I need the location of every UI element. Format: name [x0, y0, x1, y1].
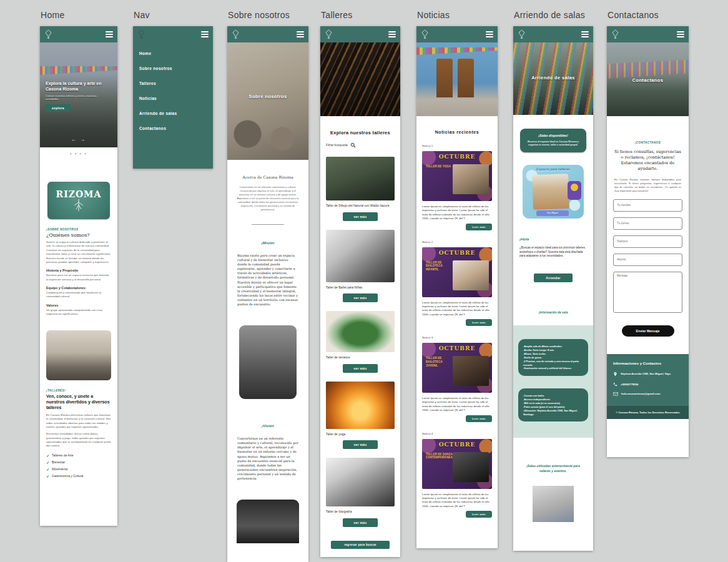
nav-item-arriendo-de-salas[interactable]: Arriendo de salas [139, 111, 207, 116]
salas-gallery-label: ¡Salas utilizadas anteriormente para tal… [513, 464, 593, 473]
footer-address-row: Séptima Avenida 1395, San Miguel, Stgo [613, 372, 682, 377]
menu-icon[interactable] [486, 31, 493, 37]
arrendar-button[interactable]: Arrendar [534, 274, 573, 282]
regresar-buscar-button[interactable]: regresar para buscar [331, 541, 390, 549]
footer-phone-row: +56962779554 [613, 382, 682, 387]
nombre-field[interactable] [613, 199, 682, 212]
mision-body: Rizoma existe para crear un espacio cult… [227, 254, 308, 307]
poster-photo [453, 356, 489, 386]
menu-icon[interactable] [581, 31, 589, 37]
ver-mas-button[interactable]: ver más [343, 364, 378, 373]
poster-month: OCTUBRE [422, 250, 492, 256]
sobre-appbar [227, 26, 308, 42]
taller-dibujo-photo [326, 157, 395, 200]
door-right [458, 59, 474, 97]
search-icon[interactable] [350, 142, 356, 148]
ver-mas-button[interactable]: ver más [343, 440, 378, 449]
home-appbar [40, 26, 117, 42]
check-icon: ✓ [46, 467, 49, 471]
rizoma-logo-icon [611, 29, 619, 39]
contacto-hero-title: Contactanos [607, 77, 689, 83]
sala-info-card-1-text: -Amplia sala de 40mts cuadrados. -Ancho:… [523, 345, 583, 370]
frame-label-sobre: Sobre nosotros [228, 10, 308, 20]
menu-icon[interactable] [297, 31, 304, 37]
frame-label-home: Home [41, 10, 117, 20]
noticia-label: Noticia 4 [422, 432, 492, 435]
ver-mas-button[interactable]: ver más [343, 212, 378, 221]
noticia-body: Lorem Ipsum es simplemente el texto de r… [422, 205, 492, 221]
team-title: Equipo y Colaboradores: [46, 286, 111, 290]
taller-terrarios-photo [326, 311, 395, 352]
carousel-dots[interactable]: • • • • [40, 152, 117, 155]
check-icon: ✓ [46, 453, 49, 458]
noticia-item: Noticia 3 OCTUBRE TALLER DE BAILOTECA JU… [416, 336, 498, 422]
mensaje-field[interactable] [613, 272, 682, 313]
correo-field[interactable] [613, 217, 682, 230]
values-title: Valores [46, 303, 111, 307]
nav-item-home[interactable]: Home [139, 51, 207, 56]
flyer-caption: San Miguel [536, 210, 569, 216]
contact-form [607, 199, 689, 313]
leer-mas-button[interactable]: Leer más [466, 319, 492, 326]
poster-title: TALLER DE YOGA [426, 165, 455, 169]
history-body: Nacimos para ser un espacio inclusivo qu… [46, 274, 111, 282]
frame-label-talleres: Talleres [321, 10, 400, 20]
frame-home: Home Explora la cultura y arte en Casona… [40, 10, 117, 526]
bunting-decoration [416, 47, 498, 55]
nav-item-noticias[interactable]: Noticias [139, 96, 207, 101]
frame-noticias: Noticias Noticias recientes Noticia 1 OC… [416, 10, 498, 548]
taller-card: Taller de yoga ver más [320, 382, 400, 450]
leer-mas-button[interactable]: Leer más [466, 511, 492, 518]
menu-icon[interactable] [201, 31, 209, 37]
values-body: Un grupo apasionado comprometido con cre… [46, 308, 111, 317]
ver-mas-button[interactable]: ver más [343, 293, 378, 302]
flyer-title: Espacio para talleres [523, 167, 584, 171]
checklist-item: ✓Movimiento [46, 467, 111, 471]
carousel-arrows-icon[interactable]: ← → [40, 137, 117, 142]
checklist-item: ✓Bienestar [46, 460, 111, 465]
enviar-mensaje-button[interactable]: Enviar Mensaje [622, 325, 674, 337]
menu-icon[interactable] [106, 31, 113, 37]
menu-icon[interactable] [388, 31, 396, 37]
checklist-label: Gastronomía y Cultura [52, 474, 83, 478]
talleres-phone: Explora nuestros talleres Filtrar búsque… [320, 26, 400, 557]
nav-item-talleres[interactable]: Talleres [139, 81, 207, 86]
filter-label: Filtrar búsqueda [326, 144, 348, 147]
taller-yoga-photo [326, 382, 395, 429]
espacio-flyer-image: Espacio para talleres San Miguel [523, 165, 584, 219]
noticia-label: Noticia 3 [422, 336, 492, 339]
garden-hero-image: Contactanos [607, 42, 689, 116]
promo-title: ¡Salas disponibles! [524, 134, 582, 137]
footer-address: Séptima Avenida 1395, San Miguel, Stgo [621, 372, 671, 375]
contact-footer: Informaciones y Contactos Séptima Avenid… [607, 354, 689, 406]
frame-contacto: Contactanos Contactanos ¡CONTACTANOS Si … [607, 10, 689, 457]
rizoma-logo-icon [44, 29, 52, 39]
sala-info-card-2-text: -Cuenta con baño. -Acceso independiente.… [523, 394, 583, 416]
rizoma-logo-icon [325, 29, 333, 39]
nav-item-contactanos[interactable]: Contactanos [139, 126, 207, 131]
home-hero-title: Explora la cultura y arte en Casona Rizo… [46, 81, 108, 92]
hola-title: ¡Hola [513, 237, 593, 241]
nav-appbar [133, 26, 213, 42]
poster-month: OCTUBRE [422, 345, 492, 352]
talleres-heading: Ven, conoce, y únete a nuestros divertid… [46, 393, 111, 410]
telefono-field[interactable] [613, 235, 682, 248]
explora-button[interactable]: explora [46, 104, 71, 112]
flyer-badge [568, 181, 581, 200]
nav-item-sobre-nosotros[interactable]: Sobre nosotros [139, 66, 207, 71]
design-canvas: Home Explora la cultura y arte en Casona… [0, 0, 728, 562]
ver-mas-button[interactable]: ver más [343, 518, 378, 527]
flags-decoration [607, 60, 689, 79]
asunto-field[interactable] [613, 254, 682, 266]
taller-card: Taller de fotografía ver más [320, 458, 400, 527]
menu-icon[interactable] [677, 31, 684, 37]
leer-mas-button[interactable]: Leer más [466, 224, 492, 230]
noticias-heading: Noticias recientes [416, 130, 498, 134]
arriendo-phone: Arriendo de salas ¡Salas disponibles! Re… [513, 26, 593, 551]
leer-mas-button[interactable]: Leer más [466, 415, 492, 422]
info-sala-label: ¡Información de sala [513, 311, 593, 314]
footer-phone: +56962779554 [621, 383, 638, 386]
hola-body: ¿Buscas el espacio ideal para tus próxim… [513, 246, 593, 259]
about-eyebrow: ¡SOBRE NOSOTROS [46, 228, 111, 231]
taller-ballet-photo [326, 230, 395, 282]
